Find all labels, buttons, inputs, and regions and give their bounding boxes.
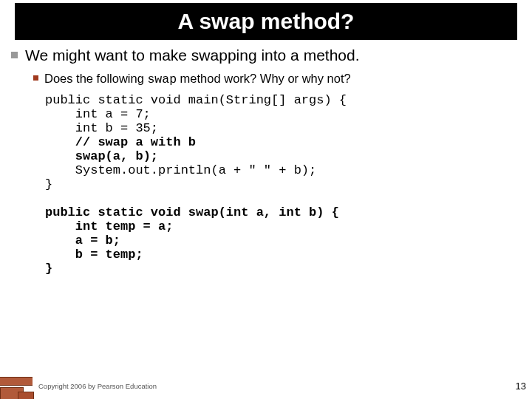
square-bullet-icon [33,75,38,81]
corner-decoration [0,377,33,399]
level2-text: Does the following swap method work? Why… [44,71,351,87]
code-block: public static void main(String[] args) {… [45,93,521,276]
code-line [45,149,75,163]
code-bold: // swap a with b [75,135,196,149]
level2-mono: swap [147,72,177,86]
level2-pre: Does the following [44,72,147,85]
level1-text: We might want to make swapping into a me… [25,46,360,65]
code-bold: } [45,262,52,276]
slide-content: We might want to make swapping into a me… [11,46,521,276]
code-bold: swap(a, b); [75,149,158,163]
code-line: public static void main(String[] args) { [45,93,347,107]
code-line [45,135,75,149]
copyright-footer: Copyright 2006 by Pearson Education [38,382,157,390]
code-line: System.out.println(a + " " + b); [45,163,316,177]
code-line: } [45,177,52,191]
page-number: 13 [516,381,526,392]
code-bold: a = b; [45,233,120,248]
code-line: int b = 35; [45,121,158,135]
slide: A swap method? We might want to make swa… [0,0,532,399]
code-bold: int temp = a; [45,219,173,233]
square-bullet-icon [11,52,18,58]
bullet-level1: We might want to make swapping into a me… [11,46,521,65]
slide-title: A swap method? [15,3,517,40]
code-bold: b = temp; [45,248,143,262]
code-bold: public static void swap(int a, int b) { [45,205,339,219]
level2-post: method work? Why or why not? [177,72,351,85]
bullet-level2: Does the following swap method work? Why… [33,71,521,87]
code-line: int a = 7; [45,107,151,121]
brick-icon [0,377,33,386]
brick-icon [18,392,34,399]
